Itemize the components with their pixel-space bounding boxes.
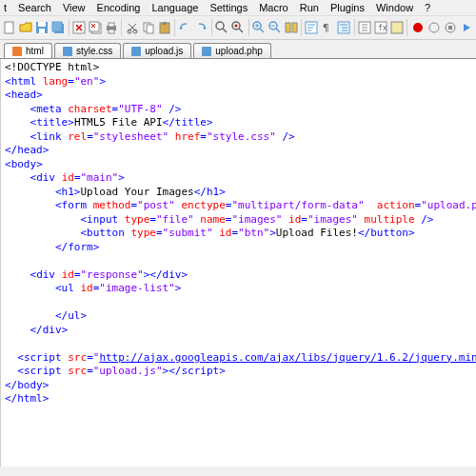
menu-plugins[interactable]: Plugins <box>330 2 365 13</box>
find-icon[interactable] <box>214 18 230 37</box>
divider <box>174 19 175 36</box>
record-icon[interactable] <box>409 18 426 37</box>
doctype: <!DOCTYPE html> <box>5 61 99 73</box>
svg-text:¶: ¶ <box>323 22 329 34</box>
undo-icon[interactable] <box>177 18 193 37</box>
divider <box>248 19 249 36</box>
divider <box>301 19 302 36</box>
menu-view[interactable]: View <box>63 2 86 13</box>
divider <box>211 19 212 36</box>
menu-macro[interactable]: Macro <box>259 2 288 13</box>
divider <box>354 19 355 36</box>
divider <box>121 19 122 36</box>
svg-rect-3 <box>39 29 45 33</box>
svg-rect-31 <box>391 22 403 33</box>
svg-text:fx: fx <box>378 24 387 32</box>
tab-uploadjs[interactable]: upload.js <box>123 43 191 58</box>
replace-icon[interactable] <box>230 18 247 37</box>
toolbar: ¶ fx <box>0 16 476 40</box>
play-icon[interactable] <box>426 18 442 37</box>
svg-point-20 <box>235 25 238 28</box>
tab-uploadphp[interactable]: upload.php <box>193 43 271 58</box>
sync-icon[interactable] <box>283 18 299 37</box>
editor-area: <!DOCTYPE html> <html lang="en"> <head> … <box>0 59 476 466</box>
zoom-in-icon[interactable] <box>250 18 267 37</box>
new-icon[interactable] <box>2 18 18 37</box>
menu-bar: t Search View Encoding Language Settings… <box>0 0 476 16</box>
svg-rect-10 <box>109 23 114 27</box>
close-icon[interactable] <box>71 18 88 37</box>
redo-icon[interactable] <box>193 18 209 37</box>
divider <box>69 19 69 36</box>
file-icon <box>202 47 211 56</box>
menu-settings[interactable]: Settings <box>209 2 248 13</box>
file-icon <box>12 47 22 56</box>
svg-rect-17 <box>163 22 167 25</box>
svg-point-18 <box>216 22 224 30</box>
divider <box>407 19 407 36</box>
svg-rect-2 <box>38 22 46 27</box>
open-icon[interactable] <box>18 18 34 37</box>
menu-run[interactable]: Run <box>300 2 319 13</box>
tab-style[interactable]: style.css <box>54 43 121 58</box>
file-icon <box>63 47 72 56</box>
fold-icon[interactable] <box>357 18 373 37</box>
svg-point-32 <box>413 23 423 32</box>
indent-icon[interactable] <box>336 18 352 37</box>
code-content[interactable]: <!DOCTYPE html> <html lang="en"> <head> … <box>1 59 476 466</box>
svg-rect-15 <box>147 25 153 33</box>
map-icon[interactable] <box>389 18 406 37</box>
svg-rect-24 <box>292 23 297 32</box>
close-all-icon[interactable] <box>88 18 104 37</box>
svg-rect-23 <box>286 23 290 32</box>
wordwrap-icon[interactable] <box>304 18 320 37</box>
menu-edit[interactable]: t <box>4 2 7 13</box>
copy-icon[interactable] <box>140 18 156 37</box>
save-icon[interactable] <box>34 18 50 37</box>
tab-label: upload.js <box>145 46 183 56</box>
tab-label: upload.php <box>215 46 263 56</box>
svg-rect-35 <box>448 26 452 30</box>
zoom-out-icon[interactable] <box>267 18 283 37</box>
showchars-icon[interactable]: ¶ <box>320 18 336 37</box>
svg-rect-11 <box>109 30 114 33</box>
tab-label: style.css <box>76 46 112 56</box>
tab-html[interactable]: html <box>4 43 52 58</box>
playback-icon[interactable] <box>458 18 474 37</box>
cut-icon[interactable] <box>124 18 140 37</box>
menu-search[interactable]: Search <box>18 2 51 13</box>
save-all-icon[interactable] <box>50 18 67 37</box>
stop-icon[interactable] <box>442 18 458 37</box>
svg-point-33 <box>429 23 439 32</box>
menu-language[interactable]: Language <box>151 2 198 13</box>
function-icon[interactable]: fx <box>373 18 389 37</box>
tab-label: html <box>26 46 44 56</box>
tab-bar: html style.css upload.js upload.php <box>0 40 476 59</box>
paste-icon[interactable] <box>156 18 172 37</box>
menu-help[interactable]: ? <box>425 2 430 13</box>
print-icon[interactable] <box>103 18 119 37</box>
file-icon <box>131 47 141 56</box>
svg-rect-5 <box>52 22 62 31</box>
menu-encoding[interactable]: Encoding <box>97 2 141 13</box>
menu-window[interactable]: Window <box>376 2 413 13</box>
